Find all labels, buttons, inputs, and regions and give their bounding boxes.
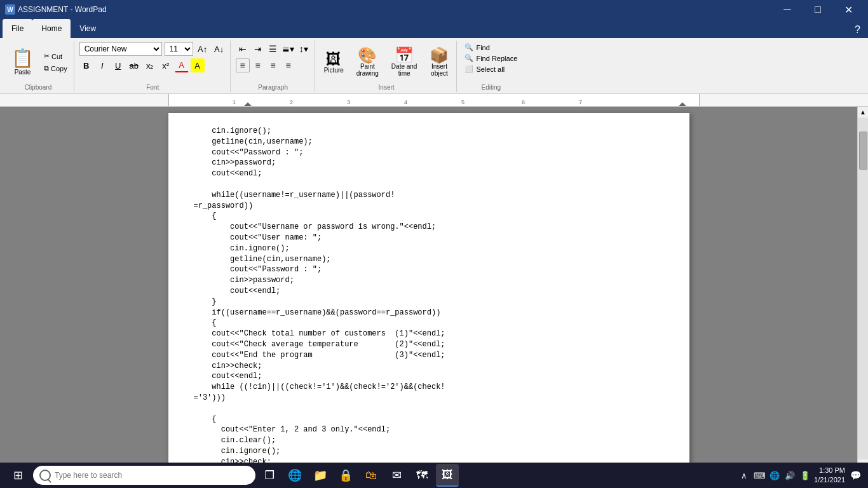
paint-icon: 🎨: [358, 48, 377, 63]
tab-file[interactable]: File: [3, 19, 32, 38]
editing-label: Editing: [482, 83, 501, 91]
scroll-thumb[interactable]: [859, 132, 867, 170]
vertical-scrollbar[interactable]: ▲ ▼: [857, 107, 868, 470]
find-button[interactable]: 🔍 Find: [462, 42, 520, 53]
picture-icon: 🖼: [326, 51, 341, 67]
object-label: Insert: [431, 63, 447, 70]
font-group: Courier New 11 A↑ A↓ B I U ab x₂ x² A: [76, 41, 231, 92]
maximize-button[interactable]: □: [803, 0, 832, 19]
hidden-icons-button[interactable]: ∧: [738, 469, 750, 482]
system-time: 1:30 PM 1/21/2021: [814, 466, 845, 485]
time-display: 1:30 PM: [814, 466, 845, 475]
photos-icon[interactable]: 🖼: [436, 464, 459, 487]
replace-button[interactable]: 🔍 Find Replace: [462, 53, 520, 64]
picture-button[interactable]: 🖼 Picture: [320, 50, 348, 76]
maps-icon[interactable]: 🗺: [410, 464, 433, 487]
underline-button[interactable]: U: [111, 58, 125, 72]
main-area: cin.ignore(); getline(cin,username); cou…: [0, 107, 868, 470]
taskbar: ⊞ ❐ 🌐 📁 🔒 🛍 ✉ 🗺 🖼 ∧ ⌨ 🌐 🔊 🔋 1:30 PM 1/21…: [0, 463, 868, 488]
datetime-label2: time: [398, 70, 410, 77]
align-right-button[interactable]: ≡: [266, 58, 280, 72]
search-input[interactable]: [55, 471, 249, 480]
font-label: Font: [146, 83, 159, 91]
cut-button[interactable]: ✂ Cut: [41, 51, 70, 62]
system-tray: ∧ ⌨ 🌐 🔊 🔋 1:30 PM 1/21/2021 💬: [738, 466, 863, 485]
datetime-label: Date and: [391, 63, 417, 70]
copy-button[interactable]: ⧉ Copy: [41, 63, 70, 74]
select-all-button[interactable]: ⬜ Select all: [462, 64, 520, 74]
font-size-select[interactable]: 11: [165, 42, 193, 56]
network-icon[interactable]: 🌐: [768, 469, 781, 482]
decrease-indent-button[interactable]: ⇤: [236, 42, 250, 56]
scroll-track[interactable]: [858, 118, 868, 459]
document-area[interactable]: cin.ignore(); getline(cin,username); cou…: [0, 107, 857, 470]
paint-button[interactable]: 🎨 Paint drawing: [353, 46, 383, 79]
scroll-up-button[interactable]: ▲: [858, 107, 869, 118]
bold-button[interactable]: B: [79, 58, 93, 72]
strikethrough-button[interactable]: ab: [127, 58, 141, 72]
minimize-button[interactable]: ─: [773, 0, 802, 19]
start-button[interactable]: ⊞: [5, 464, 31, 487]
clipboard-label: Clipboard: [24, 83, 51, 91]
clipboard-group: 📋 Paste ✂ Cut ⧉ Copy Clipboard: [3, 41, 74, 92]
italic-button[interactable]: I: [95, 58, 109, 72]
tab-home[interactable]: Home: [32, 19, 71, 38]
replace-label: Find Replace: [476, 55, 517, 62]
list-button[interactable]: ☰: [266, 42, 280, 56]
replace-icon: 🔍: [465, 54, 473, 62]
object-button[interactable]: 📦 Insert object: [426, 46, 452, 79]
store-icon[interactable]: 🛍: [360, 464, 383, 487]
date-display: 1/21/2021: [814, 475, 845, 485]
decrease-font-button[interactable]: A↓: [212, 42, 226, 56]
select-all-icon: ⬜: [465, 65, 473, 73]
align-center-button[interactable]: ≡: [251, 58, 265, 72]
align-left-button[interactable]: ≡: [236, 58, 250, 72]
find-icon: 🔍: [465, 43, 473, 51]
app-icon: W: [5, 4, 15, 15]
copy-label: Copy: [51, 65, 67, 72]
justify-button[interactable]: ≡: [281, 58, 295, 72]
cut-icon: ✂: [44, 52, 50, 60]
subscript-button[interactable]: x₂: [143, 58, 157, 72]
volume-icon[interactable]: 🔊: [783, 469, 796, 482]
paragraph-group: ⇤ ⇥ ☰ ≣▾ ↕▾ ≡ ≡ ≡ ≡ Paragraph: [232, 41, 315, 92]
increase-indent-button[interactable]: ⇥: [251, 42, 265, 56]
select-all-label: Select all: [476, 65, 505, 73]
close-button[interactable]: ✕: [834, 0, 863, 19]
window-title: ASSIGNMENT - WordPad: [18, 5, 107, 14]
superscript-button[interactable]: x²: [159, 58, 173, 72]
help-icon[interactable]: ?: [850, 22, 865, 38]
title-bar: W ASSIGNMENT - WordPad ─ □ ✕: [0, 0, 868, 19]
increase-font-button[interactable]: A↑: [196, 42, 210, 56]
insert-label: Insert: [379, 83, 395, 91]
document-page[interactable]: cin.ignore(); getline(cin,username); cou…: [168, 113, 689, 464]
paint-label2: drawing: [356, 70, 379, 77]
security-icon[interactable]: 🔒: [334, 464, 357, 487]
edge-icon[interactable]: 🌐: [283, 464, 306, 487]
tab-view[interactable]: View: [71, 19, 105, 38]
paragraph-label: Paragraph: [258, 83, 288, 91]
ribbon-content: 📋 Paste ✂ Cut ⧉ Copy Clipboard: [0, 38, 868, 94]
ribbon-tab-row: File Home View ?: [0, 19, 868, 38]
font-name-select[interactable]: Courier New: [79, 42, 162, 56]
search-bar[interactable]: [33, 466, 255, 485]
paint-label: Paint: [360, 63, 375, 70]
keyboard-icon[interactable]: ⌨: [753, 469, 766, 482]
ruler-inner: 1 2 3 4 5 6 7: [168, 94, 700, 106]
highlight-button[interactable]: A: [191, 58, 205, 72]
file-explorer-icon[interactable]: 📁: [309, 464, 332, 487]
paste-icon: 📋: [11, 50, 34, 67]
task-view-button[interactable]: ❐: [258, 464, 281, 487]
battery-icon: 🔋: [799, 469, 811, 482]
line-spacing-button[interactable]: ↕▾: [297, 42, 311, 56]
notification-button[interactable]: 💬: [848, 468, 863, 483]
datetime-button[interactable]: 📅 Date and time: [388, 46, 421, 79]
font-color-button[interactable]: A: [175, 58, 189, 72]
cut-label: Cut: [51, 53, 62, 60]
find-label: Find: [476, 44, 489, 51]
paste-label: Paste: [15, 69, 31, 76]
mail-icon[interactable]: ✉: [385, 464, 408, 487]
list-style-button[interactable]: ≣▾: [281, 42, 295, 56]
paste-button[interactable]: 📋 Paste: [6, 42, 39, 83]
object-label2: object: [431, 70, 448, 77]
